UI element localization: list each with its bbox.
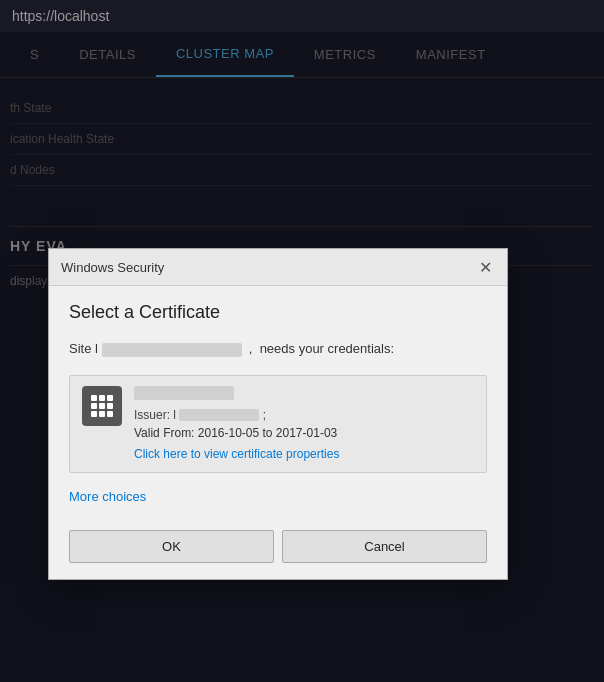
site-name-redacted [102,343,242,357]
certificate-card[interactable]: Issuer: l ; Valid From: 2016-10-05 to 20… [69,375,487,473]
cert-properties-link[interactable]: Click here to view certificate propertie… [134,447,339,461]
cert-issuer-redacted [179,409,259,421]
cert-icon-dot [99,395,105,401]
cert-validity: Valid From: 2016-10-05 to 2017-01-03 [134,426,474,440]
cert-icon-dot [107,411,113,417]
cancel-button[interactable]: Cancel [282,530,487,563]
cert-name-redacted [134,386,234,400]
windows-security-dialog: Windows Security ✕ Select a Certificate … [48,248,508,580]
cert-icon-grid [91,395,113,417]
cert-icon [82,386,122,426]
cert-icon-dot [99,411,105,417]
site-info: Site l , needs your credentials: [69,339,487,359]
cert-icon-dot [99,403,105,409]
dialog-close-button[interactable]: ✕ [475,257,495,277]
cert-details: Issuer: l ; Valid From: 2016-10-05 to 20… [134,386,474,462]
dialog-titlebar: Windows Security ✕ [49,249,507,286]
dialog-title: Windows Security [61,260,164,275]
cert-icon-dot [91,395,97,401]
dialog-footer: OK Cancel [49,530,507,579]
cert-issuer: Issuer: l ; [134,408,474,422]
more-choices-link[interactable]: More choices [69,489,146,504]
cert-icon-dot [91,403,97,409]
dialog-body: Select a Certificate Site l , needs your… [49,286,507,530]
dialog-heading: Select a Certificate [69,302,487,323]
cert-icon-dot [107,395,113,401]
cert-icon-dot [91,411,97,417]
ok-button[interactable]: OK [69,530,274,563]
cert-icon-dot [107,403,113,409]
